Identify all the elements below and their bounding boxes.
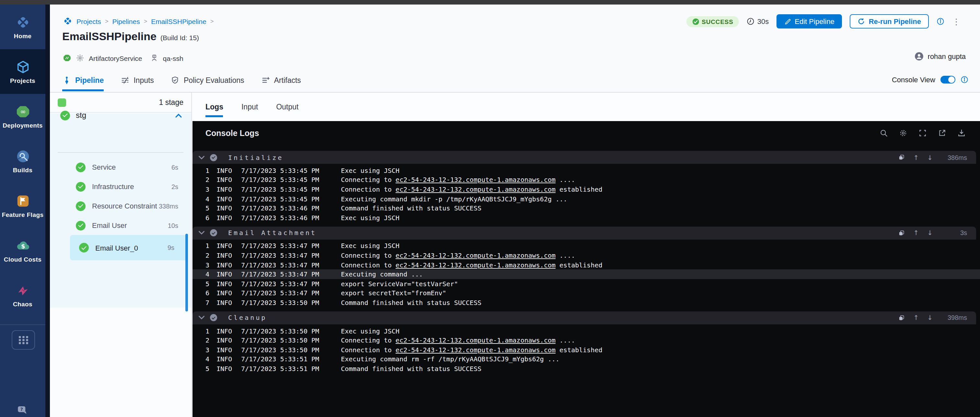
log-timestamp: 7/17/2023 5:33:46 PM <box>241 205 324 212</box>
edit-pipeline-button[interactable]: Edit Pipeline <box>776 14 842 29</box>
step-duration: 2s <box>172 183 178 190</box>
arrow-up-icon[interactable]: ↑ <box>913 154 919 161</box>
sidebar-item-deployments[interactable]: ∞ Deployments <box>0 94 45 139</box>
success-check-icon <box>76 220 86 230</box>
log-tab-output[interactable]: Output <box>276 103 299 117</box>
log-section-header-cleanup[interactable]: Cleanup ↑ ↓ 398ms <box>192 311 976 324</box>
chevron-down-icon[interactable] <box>198 316 205 320</box>
step-email-user[interactable]: Email User 10s <box>50 216 191 235</box>
home-icon <box>15 14 30 30</box>
log-section-header-initialize[interactable]: Initialize ↑ ↓ 386ms <box>192 151 976 164</box>
gear-icon <box>76 54 84 62</box>
log-line: 2 INFO 7/17/2023 5:33:47 PMConnecting to… <box>192 251 980 260</box>
log-line-number: 6 <box>192 214 209 222</box>
more-options-menu[interactable]: ⋮ <box>952 20 961 23</box>
info-icon[interactable] <box>961 76 968 84</box>
search-icon[interactable] <box>880 129 888 137</box>
log-level: INFO <box>216 327 236 335</box>
step-infrastructure[interactable]: Infrastructure 2s <box>50 177 191 196</box>
harness-logo-icon <box>63 16 73 26</box>
pencil-icon <box>784 18 791 25</box>
arrow-down-icon[interactable]: ↓ <box>927 314 933 321</box>
log-tab-logs[interactable]: Logs <box>205 103 223 117</box>
copy-icon[interactable] <box>898 154 905 160</box>
log-host-link[interactable]: ec2-54-243-12-132.compute-1.amazonaws.co… <box>396 261 556 268</box>
download-icon[interactable] <box>957 129 966 137</box>
info-icon[interactable] <box>937 17 944 25</box>
gear-icon[interactable] <box>899 129 907 137</box>
infrastructure-label: qa-ssh <box>163 54 183 62</box>
log-line: 1 INFO 7/17/2023 5:33:47 PMExec using JS… <box>192 241 980 251</box>
fullscreen-icon[interactable] <box>918 129 927 137</box>
user-chip[interactable]: rohan gupta <box>915 52 966 61</box>
log-host-link[interactable]: ec2-54-243-12-132.compute-1.amazonaws.co… <box>396 346 556 353</box>
breadcrumb-link-emailsshpipeline[interactable]: EmailSSHPipeline <box>151 17 206 25</box>
tab-inputs[interactable]: Inputs <box>121 73 154 91</box>
breadcrumb-link-projects[interactable]: Projects <box>76 17 101 25</box>
apps-grid-button[interactable] <box>12 330 35 350</box>
arrow-down-icon[interactable]: ↓ <box>927 229 933 236</box>
sidebar-item-builds[interactable]: Builds <box>0 139 45 183</box>
sidebar-item-cloud-costs[interactable]: $ Cloud Costs <box>0 228 45 273</box>
tab-artifacts[interactable]: Artifacts <box>261 73 301 91</box>
log-line-number: 5 <box>192 365 209 372</box>
sidebar-item-feature-flags[interactable]: Feature Flags <box>0 183 45 228</box>
log-level: INFO <box>216 346 236 353</box>
log-line-number: 6 <box>192 290 209 297</box>
breadcrumb-separator: > <box>105 18 108 24</box>
log-section-header-email-attachment[interactable]: Email Attachment ↑ ↓ 3s <box>192 226 976 239</box>
builds-icon <box>15 149 30 163</box>
arrow-up-icon[interactable]: ↑ <box>913 314 919 321</box>
check-circle-icon <box>692 18 699 25</box>
sidebar-item-projects[interactable]: Projects <box>0 49 45 94</box>
log-line: 7 INFO 7/17/2023 5:33:50 PMCommand finis… <box>192 298 980 307</box>
log-line-number: 4 <box>192 271 209 278</box>
log-line: 3 INFO 7/17/2023 5:33:45 PMConnection to… <box>192 184 980 194</box>
stage-divider <box>58 152 183 153</box>
breadcrumb: Projects>Pipelines>EmailSSHPipeline> <box>63 16 213 26</box>
arrow-down-icon[interactable]: ↓ <box>927 154 933 161</box>
copy-icon[interactable] <box>898 230 905 236</box>
svg-text:$: $ <box>21 243 25 249</box>
arrow-up-icon[interactable]: ↑ <box>913 229 919 236</box>
log-host-link[interactable]: ec2-54-243-12-132.compute-1.amazonaws.co… <box>396 252 556 259</box>
panel-scrollbar-thumb[interactable] <box>185 234 188 311</box>
log-line: 2 INFO 7/17/2023 5:33:50 PMConnecting to… <box>192 336 980 345</box>
sidebar-item-home[interactable]: Home <box>0 5 45 49</box>
log-message: Executing command mkdir -p /tmp/rKyAAQBt… <box>341 195 567 202</box>
open-in-new-icon[interactable] <box>938 129 946 137</box>
log-message: Exec using JSCH <box>341 167 399 174</box>
chevron-down-icon[interactable] <box>198 230 205 235</box>
log-line-number: 4 <box>192 195 209 202</box>
side-nav: Home Projects∞ Deployments Builds Featur… <box>0 5 45 417</box>
chevron-up-icon[interactable] <box>175 113 182 117</box>
step-service[interactable]: Service 6s <box>50 157 191 177</box>
rerun-pipeline-button[interactable]: Re-run Pipeline <box>850 14 929 29</box>
log-level: INFO <box>216 280 236 287</box>
log-host-link[interactable]: ec2-54-243-12-132.compute-1.amazonaws.co… <box>396 186 556 193</box>
user-avatar-icon <box>915 52 924 61</box>
tab-policy-evaluations[interactable]: Policy Evaluations <box>171 73 244 91</box>
log-line-number: 5 <box>192 205 209 212</box>
sidebar-item-chaos[interactable]: Chaos <box>0 273 45 317</box>
log-timestamp: 7/17/2023 5:33:47 PM <box>241 252 324 259</box>
log-line: 5 INFO 7/17/2023 5:33:51 PMCommand finis… <box>192 364 980 373</box>
log-section-body: 1 INFO 7/17/2023 5:33:45 PMExec using JS… <box>192 164 980 226</box>
help-button[interactable]: ? HELP <box>0 405 45 417</box>
stage-row-stg[interactable]: stg <box>50 107 191 124</box>
log-line: 2 INFO 7/17/2023 5:33:45 PMConnecting to… <box>192 175 980 184</box>
tab-pipeline[interactable]: Pipeline <box>62 73 104 91</box>
copy-icon[interactable] <box>898 314 905 321</box>
log-timestamp: 7/17/2023 5:33:51 PM <box>241 356 324 363</box>
log-host-link[interactable]: ec2-54-243-12-132.compute-1.amazonaws.co… <box>396 176 556 184</box>
log-tab-input[interactable]: Input <box>242 103 258 117</box>
log-timestamp: 7/17/2023 5:33:47 PM <box>241 271 324 278</box>
step-email-user_0[interactable]: Email User_0 9s <box>70 235 187 260</box>
step-resource-constraint[interactable]: Resource Constraint 338ms <box>50 196 191 216</box>
log-host-link[interactable]: ec2-54-243-12-132.compute-1.amazonaws.co… <box>396 337 556 344</box>
log-section-title: Cleanup <box>228 314 898 321</box>
inputs-icon <box>121 75 130 84</box>
chevron-down-icon[interactable] <box>198 155 205 160</box>
console-view-toggle[interactable] <box>940 76 955 84</box>
breadcrumb-link-pipelines[interactable]: Pipelines <box>112 17 140 25</box>
